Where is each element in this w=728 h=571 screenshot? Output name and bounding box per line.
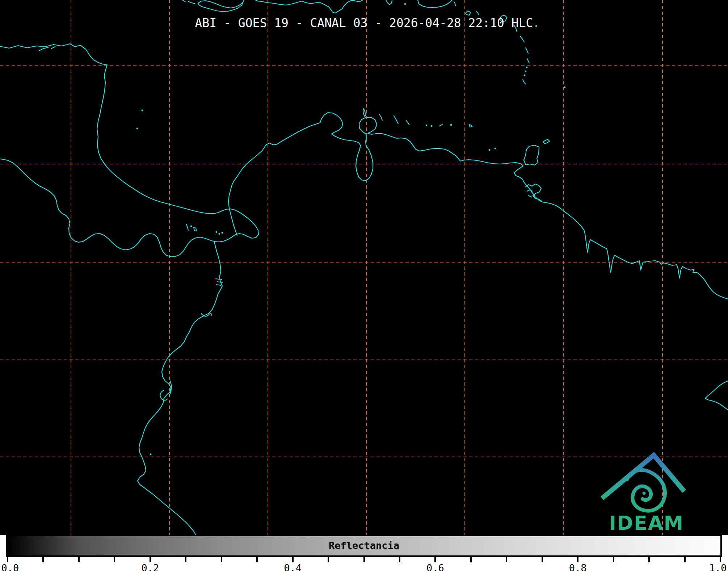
island-dot — [150, 454, 152, 455]
colorbar-frame: Reflectancia — [6, 535, 722, 557]
map-canvas — [0, 0, 728, 535]
coastline-hispaniola-fragment — [386, 0, 392, 5]
coastline-dominican-south-coast — [418, 0, 455, 8]
colorbar-tick — [542, 557, 543, 562]
colorbar-label: Reflectancia — [6, 540, 722, 551]
colorbar-tick — [577, 557, 578, 562]
colorbar-tick — [720, 557, 721, 562]
coastline-coiba-islands — [186, 224, 197, 231]
graticule-grid — [0, 0, 728, 535]
colorbar-tick — [185, 557, 186, 562]
colorbar-tick — [470, 557, 472, 562]
coastline-trinidad — [524, 145, 539, 165]
coastlines — [0, 0, 728, 535]
island-dot — [526, 67, 528, 68]
colorbar-tick — [363, 557, 365, 562]
satellite-map: ABI - GOES 19 - CANAL 03 - 2026-04-28 22… — [0, 0, 728, 535]
colorbar-tick — [221, 557, 222, 562]
coastline-brazil-ne-fragment — [705, 381, 728, 410]
colorbar-tick — [328, 557, 329, 562]
coastline-caribbean-venezuela-guiana-coast — [228, 113, 728, 299]
colorbar-tick-label: 0.0 — [0, 562, 25, 571]
logo-spiral-eye — [643, 492, 646, 495]
colorbar-tick-label: 0.4 — [278, 562, 307, 571]
ideam-logo — [604, 455, 683, 511]
colorbar-tick — [292, 557, 294, 562]
colorbar-tick-label: 0.8 — [563, 562, 592, 571]
island-dot — [216, 231, 218, 233]
logo-mountain-icon — [604, 455, 683, 497]
logo-hurricane-spiral-icon — [627, 470, 665, 511]
island-dot — [489, 149, 491, 151]
island-dot — [190, 226, 192, 227]
coastline-puerto-rico-islets — [466, 11, 479, 15]
colorbar-tick — [506, 557, 507, 562]
island-dot — [222, 232, 223, 234]
island-dot — [495, 148, 496, 150]
island-dot — [525, 71, 527, 72]
colorbar-tick — [42, 557, 44, 562]
island-dot — [219, 233, 220, 235]
colorbar-tick — [78, 557, 80, 562]
island-dot — [564, 87, 566, 88]
ideam-logo-text: IDEAM — [609, 513, 681, 533]
coastline-guayaquil-estuary — [160, 381, 172, 400]
colorbar-tick — [648, 557, 650, 562]
colorbar-tick — [114, 557, 115, 562]
coastline-jamaica — [183, 0, 244, 12]
island-dot — [431, 125, 433, 127]
colorbar-tick — [7, 557, 8, 562]
colorbar-tick-label: 1.0 — [703, 562, 728, 571]
colorbar-tick — [613, 557, 614, 562]
coastline-paraguana-islet — [363, 109, 366, 117]
island-dot — [136, 128, 138, 130]
island-dot — [404, 3, 406, 5]
island-dot — [426, 125, 428, 126]
coastline-hispaniola-south-claw — [255, 0, 362, 13]
coastline-tobago — [543, 139, 550, 144]
colorbar-tick — [399, 557, 400, 562]
colorbar-tick — [684, 557, 686, 562]
coastline-pacific-coast-colombia-ecuador — [138, 242, 222, 535]
coastline-orinoco-delta — [526, 184, 542, 201]
colorbar-tick-label: 0.6 — [421, 562, 450, 571]
colorbar-tick — [256, 557, 258, 562]
coastline-miskito-cays — [39, 47, 55, 51]
coastline-central-america-mainland — [0, 44, 258, 257]
colorbar-zone: Reflectancia 0.00.20.40.60.81.0 — [0, 535, 728, 571]
island-dot — [450, 124, 452, 126]
island-dot — [524, 75, 526, 76]
island-dot — [142, 110, 143, 112]
colorbar-tick-label: 0.2 — [136, 562, 165, 571]
colorbar-tick — [150, 557, 151, 562]
colorbar-tick — [434, 557, 436, 562]
image-title: ABI - GOES 19 - CANAL 03 - 2026-04-28 22… — [0, 16, 728, 30]
